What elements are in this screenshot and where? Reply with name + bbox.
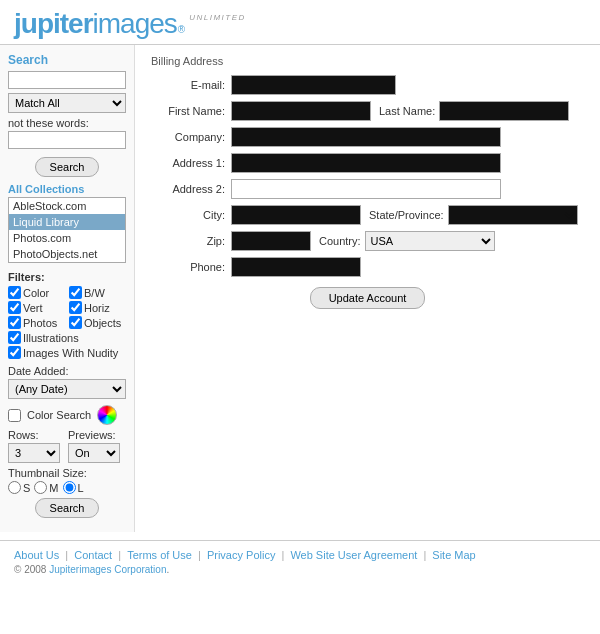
sitemap-link[interactable]: Site Map [432, 549, 475, 561]
address1-label: Address 1: [151, 157, 231, 169]
country-select[interactable]: USA [365, 231, 495, 251]
firstname-input[interactable] [231, 101, 371, 121]
sep5: | [423, 549, 429, 561]
sep3: | [198, 549, 204, 561]
contact-link[interactable]: Contact [74, 549, 112, 561]
about-link[interactable]: About Us [14, 549, 59, 561]
phone-label: Phone: [151, 261, 231, 273]
search-section-title: Search [8, 53, 126, 67]
sep2: | [118, 549, 124, 561]
zip-country-row: Zip: Country: USA [151, 231, 584, 251]
logo-images: images [93, 10, 177, 38]
filter-objects-label: Objects [84, 317, 121, 329]
collections-list: AbleStock.com Liquid Library Photos.com … [8, 197, 126, 263]
phone-row: Phone: [151, 257, 584, 277]
collection-ablestock[interactable]: AbleStock.com [9, 198, 125, 214]
state-label: State/Province: [361, 209, 448, 221]
rows-label: Rows: [8, 429, 60, 441]
state-select[interactable] [448, 205, 578, 225]
filter-horiz-label: Horiz [84, 302, 110, 314]
filter-illustrations-label: Illustrations [23, 332, 79, 344]
date-label: Date Added: [8, 365, 126, 377]
thumb-l-option[interactable]: L [63, 481, 84, 494]
filter-bw-checkbox[interactable] [69, 286, 82, 299]
thumb-s-option[interactable]: S [8, 481, 30, 494]
filter-photos-label: Photos [23, 317, 57, 329]
collection-photos[interactable]: Photos.com [9, 230, 125, 246]
filter-bw-label: B/W [84, 287, 105, 299]
billing-title: Billing Address [151, 55, 584, 67]
name-row: First Name: Last Name: [151, 101, 584, 121]
terms-link[interactable]: Terms of Use [127, 549, 192, 561]
footer-copyright: © 2008 Jupiterimages Corporation. [14, 564, 586, 575]
collection-liquid[interactable]: Liquid Library [9, 214, 125, 230]
filter-vert-checkbox[interactable] [8, 301, 21, 314]
footer-links: About Us | Contact | Terms of Use | Priv… [14, 549, 586, 561]
filter-illustrations-checkbox[interactable] [8, 331, 21, 344]
logo-unlimited: UNLIMITED [189, 14, 246, 22]
not-label: not these words: [8, 117, 126, 129]
address1-row: Address 1: [151, 153, 584, 173]
filter-photos-checkbox[interactable] [8, 316, 21, 329]
filter-vert-label: Vert [23, 302, 43, 314]
email-row: E-mail: [151, 75, 584, 95]
zip-input[interactable] [231, 231, 311, 251]
date-select[interactable]: (Any Date) [8, 379, 126, 399]
search-input[interactable] [8, 71, 126, 89]
collection-photoobjects[interactable]: PhotoObjects.net [9, 246, 125, 262]
color-search-row: Color Search [8, 405, 126, 425]
thumb-label: Thumbnail Size: [8, 467, 126, 479]
zip-label: Zip: [151, 235, 231, 247]
address1-input[interactable] [231, 153, 501, 173]
lastname-label: Last Name: [371, 105, 439, 117]
address2-input[interactable] [231, 179, 501, 199]
filter-nudity-checkbox[interactable] [8, 346, 21, 359]
thumb-m-option[interactable]: M [34, 481, 58, 494]
filter-horiz-checkbox[interactable] [69, 301, 82, 314]
update-account-button[interactable]: Update Account [310, 287, 426, 309]
color-wheel-icon[interactable] [97, 405, 117, 425]
search-button-bottom[interactable]: Search [35, 498, 100, 518]
city-state-row: City: State/Province: [151, 205, 584, 225]
collections-title: All Collections [8, 183, 126, 195]
city-input[interactable] [231, 205, 361, 225]
user-agreement-link[interactable]: Web Site User Agreement [290, 549, 417, 561]
company-label: Company: [151, 131, 231, 143]
email-input[interactable] [231, 75, 396, 95]
logo-dot: ® [178, 25, 185, 35]
phone-input[interactable] [231, 257, 361, 277]
filter-color-label: Color [23, 287, 49, 299]
previews-label: Previews: [68, 429, 120, 441]
company-input[interactable] [231, 127, 501, 147]
company-row: Company: [151, 127, 584, 147]
filter-color-checkbox[interactable] [8, 286, 21, 299]
not-words-input[interactable] [8, 131, 126, 149]
search-button-top[interactable]: Search [35, 157, 100, 177]
color-search-label: Color Search [27, 409, 91, 421]
country-label: Country: [311, 235, 365, 247]
company-link[interactable]: Jupiterimages Corporation [49, 564, 166, 575]
firstname-label: First Name: [151, 105, 231, 117]
logo-jupiter: jupiter [14, 10, 93, 38]
logo: jupiter images ® UNLIMITED [14, 10, 586, 38]
lastname-input[interactable] [439, 101, 569, 121]
sep1: | [65, 549, 71, 561]
filter-nudity-label: Images With Nudity [23, 347, 118, 359]
filter-objects-checkbox[interactable] [69, 316, 82, 329]
city-label: City: [151, 209, 231, 221]
address2-label: Address 2: [151, 183, 231, 195]
email-label: E-mail: [151, 79, 231, 91]
previews-select[interactable]: On Off [68, 443, 120, 463]
color-search-checkbox[interactable] [8, 409, 21, 422]
privacy-link[interactable]: Privacy Policy [207, 549, 275, 561]
address2-row: Address 2: [151, 179, 584, 199]
match-select[interactable]: Match All Match Any [8, 93, 126, 113]
filters-title: Filters: [8, 271, 126, 283]
rows-select[interactable]: 3 4 5 [8, 443, 60, 463]
sep4: | [281, 549, 287, 561]
